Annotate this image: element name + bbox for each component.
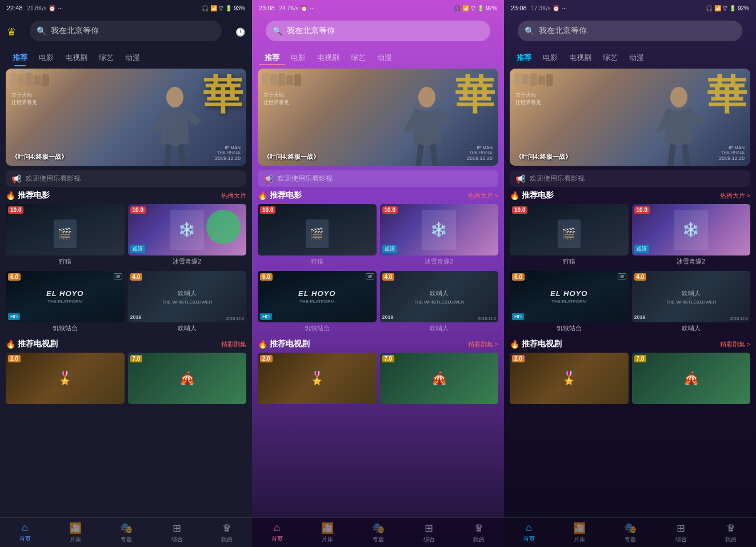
nav-mixed-3[interactable]: ⊞ 综合 xyxy=(671,520,691,546)
movie-cell-w-3[interactable]: 吹哨人THE WHISTLEBLOWER 4.0 2019 2019.12.6 … xyxy=(632,271,751,334)
tv-cell-1-2[interactable]: 🎖️ 2.0 xyxy=(258,353,377,408)
movie-cell-w-1[interactable]: 吹哨人THE WHISTLEBLOWER 4.0 2019 2019.12.6 … xyxy=(128,271,247,334)
tab-variety-3[interactable]: 综艺 xyxy=(597,50,623,65)
tv-card-2-1[interactable]: 🎪 7.0 xyxy=(128,353,247,404)
movie-card-el-2[interactable]: EL HOYO THE PLATFORM 6.0 HD tiff xyxy=(258,271,377,322)
nav-topic-1[interactable]: 🎭 专题 xyxy=(115,520,137,546)
battery-icon-2: 🔋 xyxy=(477,5,484,11)
movie-card-w-2[interactable]: 吹哨人THE WHISTLEBLOWER 4.0 2019 2019.12.6 xyxy=(380,271,499,322)
movie-card-w-3[interactable]: 吹哨人THE WHISTLEBLOWER 4.0 2019 2019.12.6 xyxy=(632,271,751,322)
movie-card-frozen-3[interactable]: ❄️ 10.0 超清 xyxy=(632,204,751,255)
tab-recommend-1[interactable]: 推荐 xyxy=(7,50,33,65)
crown-icon-1: ♛ xyxy=(7,26,16,38)
tv-cell-2-3[interactable]: 🎪 7.0 xyxy=(632,353,751,408)
tab-tv-1[interactable]: 电视剧 xyxy=(59,50,93,65)
tv-card-2-3[interactable]: 🎪 7.0 xyxy=(632,353,751,404)
nav-library-2[interactable]: 🎦 片库 xyxy=(317,520,338,546)
movie-cell-hunt-2[interactable]: 🎬 10.0 狩猎 xyxy=(258,204,377,267)
tv-cell-1-3[interactable]: 🎖️ 2.0 xyxy=(510,353,629,408)
section-more-movies-2[interactable]: 热播大片 > xyxy=(468,191,498,200)
section-more-tv-2[interactable]: 精彩剧集 > xyxy=(468,340,498,349)
movie-card-frozen-1[interactable]: ❄️ 10.0 超清 xyxy=(128,204,247,255)
movie-cell-el-3[interactable]: EL HOYO THE PLATFORM 6.0 HD tiff 饥饿站台 xyxy=(510,271,629,334)
nav-home-1[interactable]: ⌂ 首页 xyxy=(15,520,35,545)
nav-home-3[interactable]: ⌂ 首页 xyxy=(519,520,539,545)
nav-mixed-1[interactable]: ⊞ 综合 xyxy=(167,520,187,546)
tv-card-2-2[interactable]: 🎪 7.0 xyxy=(380,353,499,404)
clock-icon-1: 🕐 xyxy=(235,27,245,37)
banner-taglines-1: 立于天地 让世界看见 xyxy=(11,91,37,106)
banner-3[interactable]: 華 立于天地 让世界看见 《叶问4:终极一战》 IP MAN xyxy=(510,69,750,166)
movie-card-hunt-1[interactable]: 🎬 10.0 xyxy=(6,204,125,255)
movie-name-frozen-2: 冰雪奇缘2 xyxy=(380,255,499,267)
movie-cell-frozen-1[interactable]: ❄️ 10.0 超清 冰雪奇缘2 xyxy=(128,204,247,267)
tab-variety-2[interactable]: 综艺 xyxy=(345,50,371,65)
scroll-area-2[interactable]: 華 立于天地 让世界看见 《叶问4:终极一战》 IP MAN xyxy=(252,69,504,517)
nav-library-1[interactable]: 🎦 片库 xyxy=(65,520,86,546)
tab-recommend-2[interactable]: 推荐 xyxy=(259,50,285,65)
nav-library-3[interactable]: 🎦 片库 xyxy=(569,520,590,546)
search-bar-1[interactable]: 🔍 我在北京等你 xyxy=(30,21,222,41)
tv-cell-1-1[interactable]: 🎖️ 2.0 xyxy=(6,353,125,408)
nav-topic-3[interactable]: 🎭 专题 xyxy=(619,520,641,546)
tab-tv-2[interactable]: 电视剧 xyxy=(311,50,345,65)
nav-mixed-2[interactable]: ⊞ 综合 xyxy=(419,520,439,546)
movie-card-frozen-2[interactable]: ❄️ 10.0 超清 xyxy=(380,204,499,255)
nav-mine-3[interactable]: ♛ 我的 xyxy=(721,520,741,546)
fire-icon-tv-1: 🔥 xyxy=(6,340,15,349)
section-label-movies-2: 推荐电影 xyxy=(270,190,302,201)
bluetooth-icon-3: 🎧 xyxy=(706,5,713,11)
nav-mine-1[interactable]: ♛ 我的 xyxy=(217,520,237,546)
movie-cell-frozen-3[interactable]: ❄️ 10.0 超清 冰雪奇缘2 xyxy=(632,204,751,267)
nav-mine-2[interactable]: ♛ 我的 xyxy=(469,520,489,546)
movie-card-hunt-3[interactable]: 🎬 10.0 xyxy=(510,204,629,255)
nav-home-2[interactable]: ⌂ 首页 xyxy=(267,520,287,545)
movie-cell-hunt-1[interactable]: 🎬 10.0 狩猎 xyxy=(6,204,125,267)
tv-score-1-1: 2.0 xyxy=(8,355,21,362)
tv-cell-2-1[interactable]: 🎪 7.0 xyxy=(128,353,247,408)
section-more-tv-3[interactable]: 精彩剧集 > xyxy=(720,340,750,349)
movie-card-el-3[interactable]: EL HOYO THE PLATFORM 6.0 HD tiff xyxy=(510,271,629,322)
year-badge-2: 2019 xyxy=(382,314,394,320)
movie-cell-el-1[interactable]: EL HOYO THE PLATFORM 6.0 HD tiff 饥饿站台 xyxy=(6,271,125,334)
movie-cell-frozen-2[interactable]: ❄️ 10.0 超清 冰雪奇缘2 xyxy=(380,204,499,267)
tab-anime-1[interactable]: 动漫 xyxy=(119,50,146,65)
tab-movie-3[interactable]: 电影 xyxy=(537,50,563,65)
nav-mixed-label-2: 综合 xyxy=(423,536,435,544)
search-bar-2[interactable]: 🔍 我在北京等你 xyxy=(266,21,490,41)
movie-card-w-1[interactable]: 吹哨人THE WHISTLEBLOWER 4.0 2019 2019.12.6 xyxy=(128,271,247,322)
movie-cell-hunt-3[interactable]: 🎬 10.0 狩猎 xyxy=(510,204,629,267)
tv-card-1-2[interactable]: 🎖️ 2.0 xyxy=(258,353,377,404)
tv-card-1-1[interactable]: 🎖️ 2.0 xyxy=(6,353,125,404)
score-hunt-1: 10.0 xyxy=(8,206,23,214)
tab-variety-1[interactable]: 综艺 xyxy=(93,50,119,65)
scroll-area-3[interactable]: 華 立于天地 让世界看见 《叶问4:终极一战》 IP MAN xyxy=(504,69,756,517)
banner-1[interactable]: 華 立于天地 让世界看见 《叶问4:终极一战》 xyxy=(6,69,246,166)
movie-name-w-3: 吹哨人 xyxy=(632,322,751,334)
movie-name-frozen-1: 冰雪奇缘2 xyxy=(128,255,247,267)
scroll-area-1[interactable]: 華 立于天地 让世界看见 《叶问4:终极一战》 xyxy=(0,69,252,517)
bluetooth-icon-1: 🎧 xyxy=(202,5,209,11)
score-w-3: 4.0 xyxy=(634,273,647,281)
banner-2[interactable]: 華 立于天地 让世界看见 《叶问4:终极一战》 IP MAN xyxy=(258,69,498,166)
movie-cell-el-2[interactable]: EL HOYO THE PLATFORM 6.0 HD tiff 饥饿站台 xyxy=(258,271,377,334)
tv-card-1-3[interactable]: 🎖️ 2.0 xyxy=(510,353,629,404)
section-more-movies-3[interactable]: 热播大片 > xyxy=(720,191,750,200)
movie-card-hunt-2[interactable]: 🎬 10.0 xyxy=(258,204,377,255)
tab-movie-1[interactable]: 电影 xyxy=(33,50,59,65)
search-bar-3[interactable]: 🔍 我在北京等你 xyxy=(518,21,742,41)
megaphone-icon-1: 📢 xyxy=(11,174,21,183)
tab-tv-3[interactable]: 电视剧 xyxy=(563,50,597,65)
tab-recommend-3[interactable]: 推荐 xyxy=(511,50,537,65)
section-more-tv-1[interactable]: 精彩剧集 xyxy=(221,340,246,349)
tab-anime-3[interactable]: 动漫 xyxy=(623,50,650,65)
tab-anime-2[interactable]: 动漫 xyxy=(371,50,398,65)
tab-movie-2[interactable]: 电影 xyxy=(285,50,311,65)
nav-topic-2[interactable]: 🎭 专题 xyxy=(367,520,389,546)
movie-card-el-1[interactable]: EL HOYO THE PLATFORM 6.0 HD tiff xyxy=(6,271,125,322)
movie-cell-w-2[interactable]: 吹哨人THE WHISTLEBLOWER 4.0 2019 2019.12.6 … xyxy=(380,271,499,334)
megaphone-icon-3: 📢 xyxy=(515,174,525,183)
tv-cell-2-2[interactable]: 🎪 7.0 xyxy=(380,353,499,408)
section-more-movies-1[interactable]: 热播大片 xyxy=(221,191,246,200)
section-header-tv-2: 🔥 推荐电视剧 精彩剧集 > xyxy=(258,339,498,349)
